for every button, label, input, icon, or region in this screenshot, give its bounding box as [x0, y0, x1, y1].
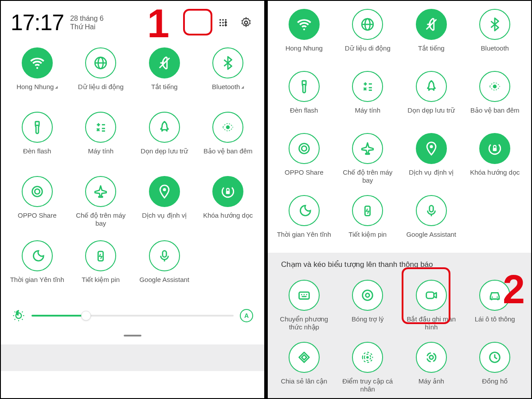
toggle-label: Chế độ trên máy bay — [336, 168, 400, 184]
hotspot-icon[interactable] — [352, 342, 383, 373]
panel-drag-handle[interactable] — [124, 335, 141, 336]
toggle-item[interactable]: Tắt tiếng — [399, 9, 463, 66]
toggle-item[interactable]: Chia sẻ lân cận — [272, 342, 336, 398]
toggle-item[interactable]: Chế độ trên máy bay — [336, 133, 400, 191]
toggle-item[interactable]: Dịch vụ định vị — [399, 133, 463, 191]
globe-icon[interactable] — [85, 47, 116, 78]
reorder-toggles-button[interactable] — [215, 14, 231, 31]
toggle-item[interactable]: Đèn flash — [272, 71, 336, 129]
microphone-icon[interactable] — [149, 240, 180, 271]
oppo-share-icon[interactable] — [22, 176, 53, 207]
annotation-highlight-1 — [183, 9, 212, 35]
rotation-lock-icon[interactable] — [212, 176, 243, 207]
toggle-item[interactable]: Dịch vụ định vị — [133, 176, 196, 236]
toggle-item[interactable]: Dữ liệu di động — [336, 9, 400, 66]
toggle-item[interactable]: Google Assistant — [399, 195, 463, 253]
toggle-item[interactable]: Khóa hướng dọc — [196, 176, 260, 236]
toggle-item[interactable]: Đèn flash — [5, 112, 69, 172]
flashlight-icon[interactable] — [289, 71, 320, 102]
wifi-icon[interactable] — [289, 9, 320, 40]
airplane-icon[interactable] — [85, 176, 116, 207]
toggle-item[interactable]: Tiết kiệm pin — [336, 195, 400, 253]
camera-icon[interactable] — [416, 342, 447, 373]
globe-icon[interactable] — [352, 9, 383, 40]
toggle-item[interactable]: Bluetooth — [196, 47, 260, 107]
toggle-item[interactable]: Bluetooth — [463, 9, 527, 66]
night-shield-icon[interactable] — [212, 112, 243, 143]
toggle-item[interactable]: Chuyển phương thức nhập — [272, 280, 336, 337]
settings-button[interactable] — [238, 14, 254, 31]
cleanup-icon[interactable] — [149, 112, 180, 143]
calculator-icon[interactable] — [352, 71, 383, 102]
toggle-label: OPPO Share — [283, 168, 325, 176]
toggle-item[interactable]: Khóa hướng dọc — [463, 133, 527, 191]
brightness-row: A — [1, 300, 264, 327]
location-icon[interactable] — [416, 133, 447, 164]
oppo-share-icon[interactable] — [289, 133, 320, 164]
mute-icon[interactable] — [416, 9, 447, 40]
bluetooth-icon[interactable] — [212, 47, 243, 78]
cleanup-icon[interactable] — [416, 71, 447, 102]
microphone-icon[interactable] — [416, 195, 447, 226]
toggle-label: Hong Nhung — [284, 44, 325, 52]
toggle-item[interactable]: Bóng trợ lý — [336, 280, 400, 337]
inactive-toggles-zone: Chạm và kéo biểu tượng lên thanh thông b… — [268, 253, 531, 398]
toggle-item[interactable]: Google Assistant — [133, 240, 196, 300]
toggle-item[interactable]: Hong Nhung — [5, 47, 69, 107]
date: 28 tháng 6 Thứ Hai — [70, 14, 104, 31]
location-icon[interactable] — [149, 176, 180, 207]
toggle-item[interactable]: Đồng hồ — [463, 342, 527, 398]
toggle-item[interactable]: Máy ảnh — [399, 342, 463, 398]
toggle-item[interactable]: Máy tính — [336, 71, 400, 129]
toggle-item[interactable]: OPPO Share — [272, 133, 336, 191]
toggle-item[interactable]: Điểm truy cập cá nhân — [336, 342, 400, 398]
toggle-item[interactable]: Máy tính — [69, 112, 133, 172]
toggle-label: Dịch vụ định vị — [140, 211, 188, 219]
toggle-item[interactable]: Dữ liệu di động — [69, 47, 133, 107]
calculator-icon[interactable] — [85, 112, 116, 143]
moon-icon[interactable] — [289, 195, 320, 226]
toggle-item[interactable]: Chế độ trên máy bay — [69, 176, 133, 236]
footer-area — [1, 344, 264, 371]
toggle-label: Google Assistant — [404, 231, 458, 239]
toggle-label: Hong Nhung — [15, 83, 59, 91]
night-shield-icon[interactable] — [479, 71, 510, 102]
toggle-label: Bảo vệ ban đêm — [469, 106, 521, 114]
screenshot-step-1: 17:17 28 tháng 6 Thứ Hai Hong NhungDữ li… — [1, 1, 264, 398]
airplane-icon[interactable] — [352, 133, 383, 164]
toggle-label: Đèn flash — [288, 106, 320, 114]
keyboard-icon[interactable] — [289, 280, 320, 311]
toggle-item[interactable]: Tiết kiệm pin — [69, 240, 133, 300]
record-icon[interactable] — [352, 280, 383, 311]
clock-icon[interactable] — [479, 342, 510, 373]
bluetooth-icon[interactable] — [479, 9, 510, 40]
battery-saver-icon[interactable] — [85, 240, 116, 271]
toggle-item[interactable]: Hong Nhung — [272, 9, 336, 66]
rotation-lock-icon[interactable] — [479, 133, 510, 164]
wifi-icon[interactable] — [22, 47, 53, 78]
toggle-item[interactable]: Bảo vệ ban đêm — [463, 71, 527, 129]
toggle-item[interactable]: OPPO Share — [5, 176, 69, 236]
toggle-item[interactable]: Thời gian Yên tĩnh — [272, 195, 336, 253]
toggle-item[interactable]: Tắt tiếng — [133, 47, 196, 107]
battery-saver-icon[interactable] — [352, 195, 383, 226]
moon-icon[interactable] — [22, 240, 53, 271]
toggle-item[interactable]: Bảo vệ ban đêm — [196, 112, 260, 172]
toggle-label: Tiết kiệm pin — [347, 231, 388, 239]
toggle-label: Máy tính — [86, 147, 115, 155]
toggle-item[interactable]: Dọn dẹp lưu trữ — [133, 112, 196, 172]
brightness-thumb[interactable] — [81, 311, 91, 321]
toggle-label: Dịch vụ định vị — [407, 168, 455, 176]
brightness-slider[interactable] — [31, 315, 234, 317]
toggle-label: Máy tính — [353, 106, 382, 114]
nearby-share-icon[interactable] — [289, 342, 320, 373]
auto-brightness-button[interactable]: A — [240, 309, 253, 322]
toggle-label: Điểm truy cập cá nhân — [336, 377, 400, 393]
toggle-label: Google Assistant — [137, 276, 191, 284]
toggle-label: Dọn dẹp lưu trữ — [406, 106, 457, 114]
toggle-label: Đèn flash — [21, 147, 53, 155]
flashlight-icon[interactable] — [22, 112, 53, 143]
toggle-item[interactable]: Thời gian Yên tĩnh — [5, 240, 69, 300]
mute-icon[interactable] — [149, 47, 180, 78]
toggle-item[interactable]: Dọn dẹp lưu trữ — [399, 71, 463, 129]
